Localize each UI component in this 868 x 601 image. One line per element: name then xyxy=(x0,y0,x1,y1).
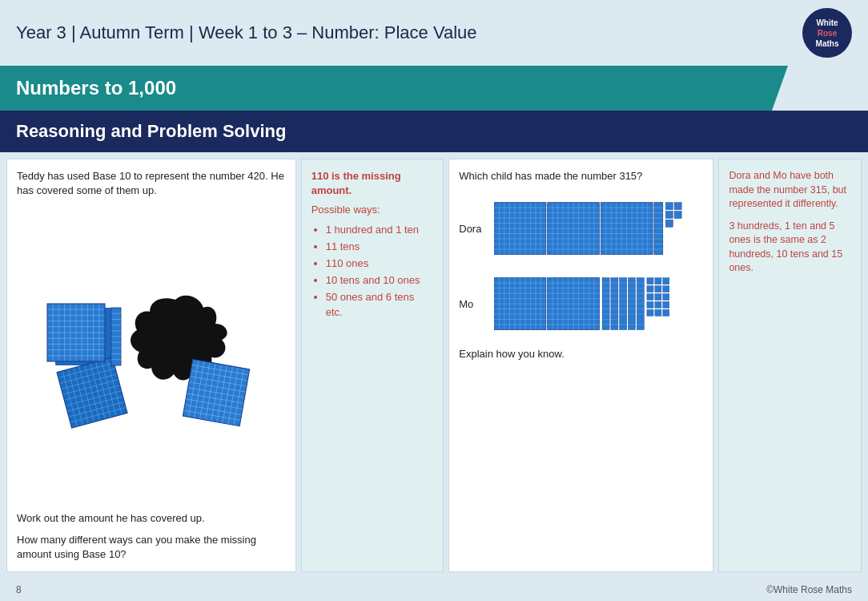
dora-blocks xyxy=(494,198,703,260)
svg-rect-139 xyxy=(666,203,673,210)
answer-right-text2: 3 hundreds, 1 ten and 5 ones is the same… xyxy=(729,220,851,276)
banner-numbers: Numbers to 1,000 xyxy=(0,66,868,111)
base10-visual: // Drawn inline xyxy=(17,204,286,498)
svg-rect-242 xyxy=(655,309,661,316)
svg-rect-140 xyxy=(674,203,681,210)
svg-rect-237 xyxy=(663,294,669,300)
answer-item-3: 110 ones xyxy=(326,256,434,271)
dora-label: Dora xyxy=(459,222,488,236)
banner-reasoning: Reasoning and Problem Solving xyxy=(0,111,868,152)
logo-line1: White xyxy=(816,18,838,28)
answer-item-5: 50 ones and 6 tens etc. xyxy=(326,290,434,319)
svg-rect-240 xyxy=(663,302,669,309)
svg-rect-234 xyxy=(663,286,669,292)
page-number: 8 xyxy=(16,584,22,595)
teddy-text2: Work out the amount he has covered up. xyxy=(17,511,286,526)
svg-rect-236 xyxy=(655,294,661,300)
which-child-question: Which child has made the number 315? xyxy=(459,169,703,184)
panel-teddy-question: Teddy has used Base 10 to represent the … xyxy=(6,159,296,572)
teddy-text1: Teddy has used Base 10 to represent the … xyxy=(17,169,286,198)
mo-row: Mo xyxy=(459,273,703,336)
base10-svg: // Drawn inline xyxy=(31,260,271,444)
svg-rect-142 xyxy=(674,212,681,219)
svg-rect-230 xyxy=(655,278,661,284)
svg-rect-229 xyxy=(647,278,653,284)
svg-rect-233 xyxy=(655,286,661,292)
header-title: Year 3 | Autumn Term | Week 1 to 3 – Num… xyxy=(16,22,477,43)
teddy-text3: How many different ways can you make the… xyxy=(17,533,286,562)
panel-right-question: Which child has made the number 315? Dor… xyxy=(448,159,713,572)
banner-numbers-title: Numbers to 1,000 xyxy=(16,77,176,99)
answer-item-2: 11 tens xyxy=(326,240,434,254)
answer-list: 1 hundred and 1 ten 11 tens 110 ones 10 … xyxy=(311,223,434,322)
answer-item-4: 10 tens and 10 ones xyxy=(326,273,434,288)
main-content: Teddy has used Base 10 to represent the … xyxy=(0,152,868,579)
panel-answer-right: Dora and Mo have both made the number 31… xyxy=(718,159,862,572)
svg-rect-141 xyxy=(666,212,673,219)
copyright-text: ©White Rose Maths xyxy=(766,584,852,595)
logo-line2: Rose xyxy=(818,28,837,38)
footer: 8 ©White Rose Maths xyxy=(0,579,868,601)
svg-rect-235 xyxy=(647,294,653,300)
header: Year 3 | Autumn Term | Week 1 to 3 – Num… xyxy=(0,0,868,66)
answer-sub: Possible ways: xyxy=(311,203,434,217)
panel-answer-left: 110 is the missing amount. Possible ways… xyxy=(301,159,444,572)
svg-rect-232 xyxy=(647,286,653,292)
answer-heading: 110 is the missing amount. xyxy=(311,169,434,198)
logo-line3: Maths xyxy=(816,38,839,49)
header-title-text: Year 3 | Autumn Term | Week 1 to 3 – Num… xyxy=(16,22,477,42)
logo: White Rose Maths xyxy=(802,8,852,58)
explain-text: Explain how you know. xyxy=(459,347,703,361)
mo-blocks xyxy=(494,273,703,336)
dora-row: Dora xyxy=(459,198,703,260)
svg-rect-241 xyxy=(647,309,653,316)
svg-rect-243 xyxy=(663,309,669,316)
svg-rect-239 xyxy=(655,302,661,309)
banner-reasoning-title: Reasoning and Problem Solving xyxy=(16,121,286,142)
svg-rect-143 xyxy=(666,220,673,227)
svg-rect-231 xyxy=(663,278,669,284)
answer-item-1: 1 hundred and 1 ten xyxy=(326,223,434,237)
svg-rect-238 xyxy=(647,302,653,309)
answer-right-text1: Dora and Mo have both made the number 31… xyxy=(729,169,851,212)
mo-label: Mo xyxy=(459,297,488,312)
